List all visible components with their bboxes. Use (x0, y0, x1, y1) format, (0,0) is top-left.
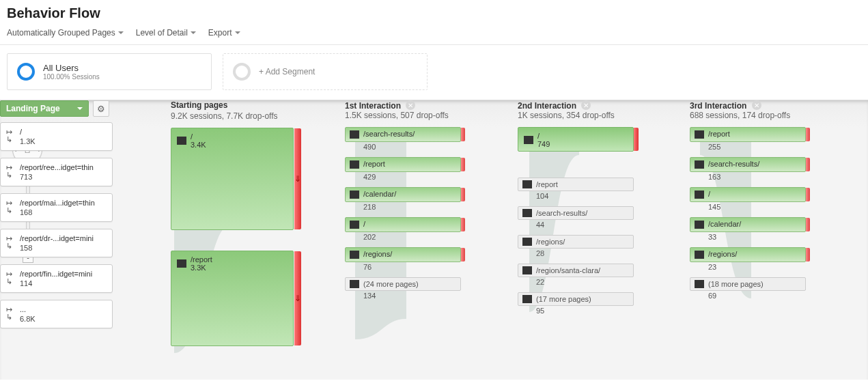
node-title: ... (20, 305, 36, 314)
close-icon[interactable]: ✕ (752, 100, 761, 110)
chevron-down-icon (77, 107, 83, 110)
node-value: 6.8K (20, 314, 36, 324)
landing-node[interactable]: ↦↳...6.8K (0, 300, 113, 328)
flow-node[interactable]: /regions/76 (345, 247, 461, 262)
chevron-down-icon (191, 31, 196, 34)
page-icon (350, 280, 359, 288)
flow-node[interactable]: /search-results/44 (518, 206, 634, 220)
node-value: 490 (363, 143, 376, 151)
node-title: (17 more pages) (536, 295, 591, 303)
segment-all-users[interactable]: All Users 100.00% Sessions (7, 53, 212, 90)
node-title: / (537, 132, 540, 140)
flow-node[interactable]: /regions/23 (690, 247, 806, 262)
flow-node[interactable]: /regions/28 (518, 235, 634, 249)
dropoff-bar (461, 218, 465, 231)
flow-node[interactable]: /search-results/490 (345, 127, 461, 142)
node-title: /report/ree...idget=thin (20, 163, 94, 172)
dropoff-bar (806, 188, 810, 201)
flow-canvas[interactable]: ‹ ⌂ › + - Landing Page ⚙ ↦↳/1.3K↦↳/repor… (0, 100, 868, 380)
node-value: 168 (20, 208, 95, 217)
flow-node[interactable]: /202 (345, 217, 461, 232)
controls-toolbar: Automatically Grouped Pages Level of Det… (0, 24, 868, 45)
add-segment-button[interactable]: + Add Segment (223, 53, 428, 90)
segment-subtitle: 100.00% Sessions (43, 73, 100, 81)
flow-node[interactable]: /report255 (690, 127, 806, 142)
flow-node[interactable]: /749 (518, 127, 634, 152)
page-icon (350, 221, 359, 229)
flow-arrows-icon: ↦↳ (6, 270, 16, 285)
node-title: /report/dr-...idget=mini (20, 234, 94, 243)
flow-node[interactable]: /report3.3K⇓ (171, 251, 294, 346)
dropoff-bar (461, 188, 465, 201)
page-icon (524, 136, 533, 144)
chevron-down-icon (118, 31, 124, 34)
flow-node[interactable]: (24 more pages)134 (345, 277, 461, 291)
flow-arrows-icon: ↦↳ (6, 128, 16, 143)
node-value: 28 (536, 249, 544, 257)
node-value: 114 (20, 279, 92, 288)
gear-icon[interactable]: ⚙ (93, 100, 109, 117)
page-icon (522, 180, 532, 188)
flow-node[interactable]: /145 (690, 187, 806, 202)
flow-node[interactable]: /report429 (345, 157, 461, 172)
landing-page-dimension-select[interactable]: Landing Page (0, 100, 89, 117)
page-icon (350, 160, 359, 169)
flow-node[interactable]: /calendar/33 (690, 217, 806, 232)
flow-node[interactable]: /calendar/218 (345, 187, 461, 202)
node-value: 95 (536, 307, 544, 315)
page-icon (350, 190, 359, 199)
close-icon[interactable]: ✕ (581, 100, 591, 110)
dropoff-bar (461, 158, 465, 171)
column-starting: Starting pages 9.2K sessions, 7.7K drop-… (171, 100, 307, 346)
landing-node[interactable]: ↦↳/1.3K (0, 122, 113, 151)
node-title: /calendar/ (708, 221, 741, 228)
node-value: 145 (708, 203, 720, 211)
column-header: 2nd Interaction (518, 101, 576, 111)
chevron-down-icon (235, 31, 240, 34)
flow-node[interactable]: /region/santa-clara/22 (518, 264, 634, 277)
page-icon (695, 221, 704, 229)
grouped-pages-dropdown[interactable]: Automatically Grouped Pages (7, 28, 124, 38)
segments-row: All Users 100.00% Sessions + Add Segment (0, 45, 868, 100)
flow-node[interactable]: (18 more pages)69 (690, 277, 806, 291)
node-title: /regions/ (708, 251, 737, 258)
flow-node[interactable]: (17 more pages)95 (518, 292, 634, 306)
close-icon[interactable]: ✕ (406, 100, 415, 110)
node-value: 33 (708, 233, 716, 241)
node-value: 134 (363, 292, 376, 300)
flow-arrows-icon: ↦↳ (6, 164, 16, 179)
export-dropdown[interactable]: Export (208, 28, 240, 38)
dropoff-bar (806, 158, 810, 171)
export-label: Export (208, 28, 232, 38)
page-icon (695, 190, 704, 199)
node-value: 218 (363, 203, 376, 211)
node-value: 3.3K (191, 264, 206, 272)
node-title: /report/mai...idget=thin (20, 198, 95, 208)
node-value: 104 (536, 192, 548, 200)
node-title: /report (708, 130, 730, 138)
node-title: (18 more pages) (708, 280, 764, 288)
node-title: /report (536, 180, 558, 188)
dropoff-bar (806, 218, 810, 231)
column-3rd-interaction: 3rd Interaction ✕ 688 sessions, 174 drop… (690, 100, 820, 303)
grouped-pages-label: Automatically Grouped Pages (7, 28, 115, 38)
page-icon (350, 251, 359, 259)
landing-node[interactable]: ↦↳/report/mai...idget=thin168 (0, 193, 113, 222)
level-of-detail-dropdown[interactable]: Level of Detail (136, 28, 196, 38)
node-title: /report (191, 255, 212, 264)
node-title: /regions/ (363, 251, 392, 258)
column-landing: Landing Page ⚙ ↦↳/1.3K↦↳/report/ree...id… (0, 100, 123, 328)
landing-node[interactable]: ↦↳/report/fin...idget=mini114 (0, 264, 113, 293)
node-value: 1.3K (20, 137, 36, 146)
flow-node[interactable]: /3.4K⇓ (171, 128, 294, 230)
landing-node[interactable]: ↦↳/report/dr-...idget=mini158 (0, 229, 113, 257)
landing-node[interactable]: ↦↳/report/ree...idget=thin713 (0, 158, 113, 186)
flow-node[interactable]: /report104 (518, 178, 634, 191)
flow-node[interactable]: /search-results/163 (690, 157, 806, 172)
column-subheader: 1.5K sessions, 507 drop-offs (345, 111, 475, 120)
node-title: /report/fin...idget=mini (20, 269, 92, 279)
dropoff-bar (806, 128, 810, 141)
flow-arrows-icon: ↦↳ (6, 199, 16, 214)
flow-arrows-icon: ↦↳ (6, 235, 16, 250)
dropoff-bar (806, 248, 810, 262)
